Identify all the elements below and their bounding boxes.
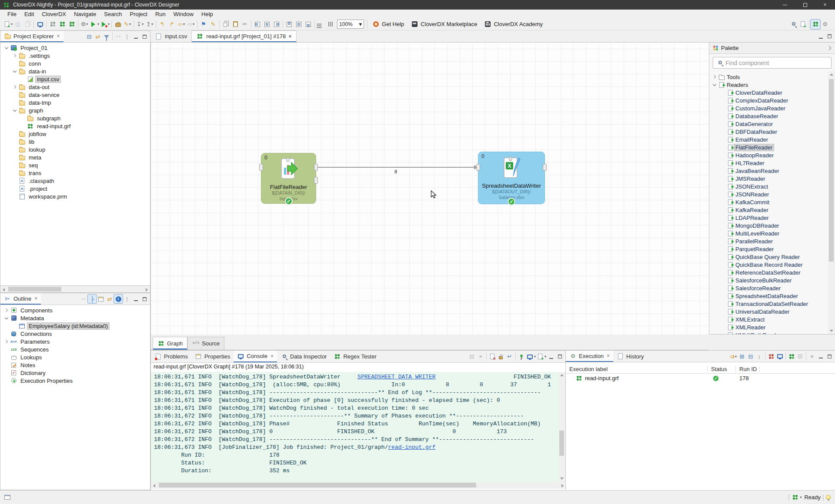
palette-item-javabeanreader[interactable]: JavaBeanReader [709, 167, 828, 175]
open-perspective-button[interactable] [798, 20, 808, 29]
palette-item-multilevelreader[interactable]: MultiLevelReader [709, 229, 828, 237]
close-icon[interactable]: × [288, 33, 292, 40]
minimize-button[interactable] [131, 32, 140, 41]
chevron-down-icon[interactable]: ▾ [800, 495, 802, 499]
tree-item-conn[interactable]: conn [0, 60, 150, 67]
academy-link[interactable]: CloverDX Academy [481, 20, 546, 28]
palette-item-universaldatareader[interactable]: UniversalDataReader [709, 308, 828, 315]
palette-item-jsonreader[interactable]: JSONReader [709, 190, 828, 198]
tree-item-data-out[interactable]: data-out [0, 83, 150, 91]
menu-edit[interactable]: Edit [20, 10, 38, 18]
palette-item-customjavareader[interactable]: CustomJavaReader [709, 104, 828, 112]
output-port[interactable] [543, 164, 547, 171]
paste-button[interactable] [230, 20, 240, 29]
menu-cloverdx[interactable]: CloverDX [38, 10, 70, 18]
save-button[interactable]: ▤ [13, 20, 23, 29]
minimize-button[interactable] [816, 352, 825, 361]
tree-item--classpath[interactable]: X.classpath [0, 177, 150, 185]
filter-executions-button[interactable]: ⇉▾ [729, 352, 738, 361]
maximize-button[interactable] [555, 352, 564, 361]
tree-item-workspace-prm[interactable]: workspace.prm [0, 192, 150, 200]
tree-toggle-icon[interactable] [3, 44, 10, 51]
palette-item-quickbase-query-reader[interactable]: QuickBase Query Reader [709, 253, 828, 261]
palette-item-quickbase-record-reader[interactable]: QuickBase Record Reader [709, 261, 828, 269]
terminate-button[interactable] [468, 352, 476, 361]
tab-execution[interactable]: ⚙Execution× [566, 351, 613, 362]
tree-item-data-in[interactable]: data-in [0, 67, 150, 75]
align-right-button[interactable] [272, 20, 281, 29]
tree-item-metadata[interactable]: Metadata [0, 314, 150, 322]
marketplace-link[interactable]: CloverDX Marketplace [407, 20, 481, 28]
tree-item-lookups[interactable]: Lookups [0, 353, 150, 361]
tree-item-sequences[interactable]: 123Sequences [0, 345, 150, 353]
palette-item-jmsreader[interactable]: JMSReader [709, 175, 828, 182]
menu-project[interactable]: Project [126, 10, 151, 18]
run-graph-button[interactable] [787, 352, 796, 361]
tree-toggle-icon[interactable] [11, 52, 18, 59]
save-all-button[interactable] [23, 20, 32, 29]
menu-window[interactable]: Window [170, 10, 197, 18]
align-middle-button[interactable] [294, 20, 304, 29]
open-console-button[interactable]: ▾ [536, 352, 547, 361]
clover-server-button[interactable] [67, 20, 77, 29]
tree-item-lookup[interactable]: lookup [0, 146, 150, 153]
palette-item-hadoopreader[interactable]: HadoopReader [709, 151, 828, 159]
debug-perspective-button[interactable]: ⚙ [820, 20, 830, 29]
tree-toggle-icon[interactable] [11, 68, 18, 75]
maximize-window-button[interactable] [795, 0, 815, 10]
palette-item-kafkareader[interactable]: KafkaReader [709, 206, 828, 214]
presentation-button[interactable] [79, 295, 88, 303]
collapse-all-button[interactable]: ⊟ [85, 32, 94, 41]
expand-all-button[interactable]: ⊞ [738, 352, 746, 361]
input-port[interactable] [259, 164, 263, 171]
tree-item-lib[interactable]: lib [0, 138, 150, 146]
close-icon[interactable]: × [271, 353, 274, 359]
clover-gray-button[interactable] [48, 20, 57, 29]
restore-panel-icon[interactable] [4, 495, 10, 500]
tab-outline[interactable]: ⊨ Outline × [0, 293, 41, 305]
palette-item-salesforcebulkreader[interactable]: SalesforceBulkReader [709, 276, 828, 284]
profiler-run-button[interactable]: ▾ [100, 20, 110, 29]
tree-item--settings[interactable]: .settings [0, 52, 150, 60]
palette-item-xmlxpathreader[interactable]: XMLXPathReader [709, 331, 828, 334]
back-button[interactable]: ⇦▾ [177, 20, 186, 29]
tree-view-button[interactable]: ├ [88, 295, 97, 303]
menu-navigate[interactable]: Navigate [70, 10, 100, 18]
clover-perspective-button[interactable] [811, 20, 820, 29]
minimize-editor-button[interactable] [816, 32, 825, 41]
palette-item-kafkacommit[interactable]: KafkaCommit [709, 198, 828, 206]
output-port[interactable] [314, 164, 318, 171]
align-left-button[interactable] [253, 20, 262, 29]
remove-launch-button[interactable]: × [476, 352, 485, 361]
tree-toggle-icon[interactable] [11, 83, 18, 90]
tab-source[interactable]: </>Source [187, 337, 224, 350]
menu-search[interactable]: Search [100, 10, 126, 18]
format-button[interactable]: ✎ [208, 20, 218, 29]
maximize-button[interactable] [825, 352, 834, 361]
execution-row[interactable]: read-input.grf ✓ 178 [566, 374, 835, 383]
align-bottom-button[interactable] [304, 20, 313, 29]
editor-tab-read-input.grf[interactable]: read-input.grf [Project_01] #178× [192, 30, 296, 42]
filter-button[interactable] [102, 32, 111, 41]
get-help-link[interactable]: Get Help [369, 20, 407, 28]
tab-console[interactable]: Console× [234, 351, 277, 362]
view-menu-button[interactable]: ⋮ [123, 32, 131, 41]
console-log-link[interactable]: read-input.grf [388, 444, 435, 451]
palette-item-parquetreader[interactable]: ParquetReader [709, 245, 828, 253]
console-hscrollbar[interactable] [151, 482, 566, 489]
tree-item-connections[interactable]: Connections [0, 330, 150, 338]
find-component-input[interactable] [725, 60, 828, 66]
tree-item-data-service[interactable]: data-service [0, 91, 150, 99]
tab-properties[interactable]: Properties [191, 351, 234, 362]
align-center-button[interactable] [262, 20, 272, 29]
graph-canvas[interactable]: 80FlatFileReader${DATAIN_DIR}/input.csv✓… [150, 43, 709, 335]
link-with-editor-button[interactable]: ⇄ [94, 32, 102, 41]
pin-editor-button[interactable]: ⚑ [199, 20, 208, 29]
palette-item-hl7reader[interactable]: HL7Reader [709, 159, 828, 167]
chevron-right-icon[interactable] [827, 46, 832, 50]
tree-item-notes[interactable]: Notes [0, 361, 150, 369]
palette-item-databasereader[interactable]: DatabaseReader [709, 112, 828, 120]
palette-item-referencedatasetreader[interactable]: ReferenceDataSetReader [709, 269, 828, 276]
palette-item-salesforcereader[interactable]: SalesforceReader [709, 284, 828, 292]
palette-item-ldapreader[interactable]: LDAPReader [709, 214, 828, 222]
